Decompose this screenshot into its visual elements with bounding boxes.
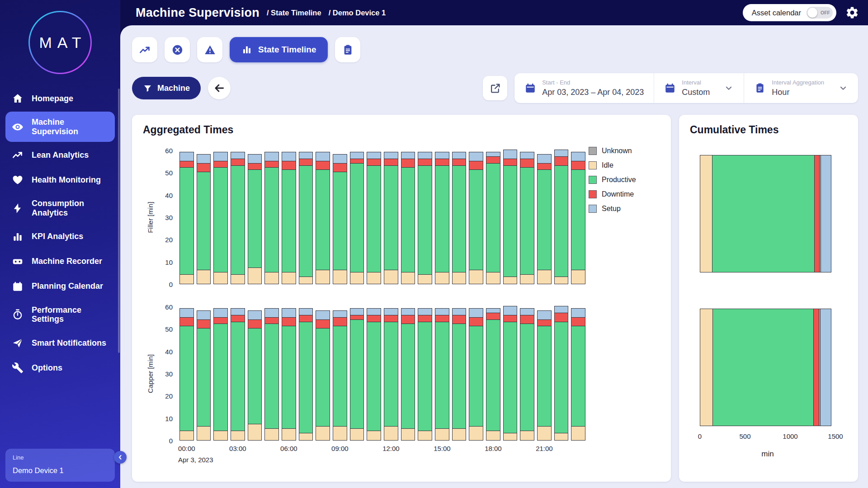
legend-item-unknown[interactable]: Unknown bbox=[589, 147, 660, 155]
sidebar-item-planning-calendar[interactable]: Planning Calendar bbox=[5, 275, 115, 298]
cumulative-bar-capper[interactable] bbox=[700, 309, 831, 426]
legend-item-downtime[interactable]: Downtime bbox=[589, 190, 660, 198]
sidebar-scrollbar[interactable] bbox=[118, 89, 120, 353]
device-card[interactable]: Line Demo Device 1 bbox=[5, 449, 115, 482]
stacked-bar-capper-14:00[interactable] bbox=[418, 308, 432, 441]
sidebar-item-consumption-analytics[interactable]: Consumption Analytics bbox=[5, 193, 115, 223]
stacked-bar-filler-01:00[interactable] bbox=[197, 154, 211, 284]
tab-button-warning[interactable] bbox=[197, 37, 222, 62]
segment-productive bbox=[571, 170, 585, 270]
segment-idle bbox=[299, 277, 313, 284]
legend-swatch bbox=[589, 161, 597, 169]
stacked-bar-capper-15:00[interactable] bbox=[435, 308, 449, 441]
stacked-bar-capper-03:00[interactable] bbox=[231, 308, 245, 441]
stacked-bar-filler-20:00[interactable] bbox=[520, 152, 534, 284]
stacked-bar-capper-07:00[interactable] bbox=[299, 308, 313, 441]
stacked-bar-filler-21:00[interactable] bbox=[537, 154, 552, 284]
machine-filter-button[interactable]: Machine bbox=[132, 77, 201, 99]
sidebar-item-machine-recorder[interactable]: Machine Recorder bbox=[5, 250, 115, 273]
sidebar-item-options[interactable]: Options bbox=[5, 356, 115, 380]
stacked-bar-capper-18:00[interactable] bbox=[486, 308, 500, 441]
stacked-bar-filler-07:00[interactable] bbox=[299, 152, 313, 284]
stacked-bar-capper-22:00[interactable] bbox=[554, 306, 569, 441]
segment-setup bbox=[248, 155, 262, 164]
segment-productive bbox=[418, 322, 432, 432]
sidebar-item-homepage[interactable]: Homepage bbox=[5, 87, 115, 110]
stacked-bar-filler-03:00[interactable] bbox=[231, 152, 245, 284]
stacked-bar-filler-19:00[interactable] bbox=[503, 150, 518, 284]
segment-setup bbox=[316, 311, 330, 320]
stacked-bar-filler-16:00[interactable] bbox=[452, 152, 467, 284]
stacked-bar-filler-06:00[interactable] bbox=[282, 152, 296, 284]
stacked-bar-capper-12:00[interactable] bbox=[384, 308, 398, 441]
sidebar-item-machine-supervision[interactable]: Machine Supervision bbox=[5, 112, 115, 142]
recorder-icon bbox=[12, 256, 24, 267]
sidebar-item-kpi-analytics[interactable]: KPI Analytics bbox=[5, 225, 115, 249]
stacked-bar-capper-21:00[interactable] bbox=[537, 310, 552, 441]
legend-label: Unknown bbox=[602, 147, 632, 155]
stacked-bar-filler-22:00[interactable] bbox=[554, 150, 569, 284]
export-button[interactable] bbox=[483, 76, 507, 100]
stacked-bar-filler-15:00[interactable] bbox=[435, 152, 449, 284]
legend-item-setup[interactable]: Setup bbox=[589, 205, 660, 213]
stacked-bar-capper-02:00[interactable] bbox=[213, 308, 228, 441]
sidebar-item-lean-analytics[interactable]: Lean Analytics bbox=[5, 143, 115, 167]
stacked-bar-capper-20:00[interactable] bbox=[520, 308, 534, 441]
stacked-bar-capper-19:00[interactable] bbox=[503, 306, 518, 441]
stacked-bar-capper-11:00[interactable] bbox=[367, 308, 381, 441]
tab-button-cancel[interactable] bbox=[165, 37, 190, 62]
segment-productive bbox=[504, 166, 517, 277]
stacked-bar-capper-10:00[interactable] bbox=[350, 308, 364, 441]
tab-button-trend[interactable] bbox=[132, 37, 157, 62]
stacked-bar-capper-23:00[interactable] bbox=[571, 308, 585, 441]
segment-downtime bbox=[265, 318, 278, 324]
stacked-bar-filler-18:00[interactable] bbox=[486, 152, 500, 284]
x-tick-label bbox=[349, 445, 366, 452]
sidebar-item-performance-settings[interactable]: Performance Settings bbox=[5, 300, 115, 330]
stacked-bar-filler-17:00[interactable] bbox=[469, 152, 483, 284]
stacked-bar-filler-08:00[interactable] bbox=[316, 152, 330, 284]
stacked-bar-filler-11:00[interactable] bbox=[367, 152, 381, 284]
stacked-bar-capper-08:00[interactable] bbox=[316, 310, 330, 441]
stacked-bar-filler-13:00[interactable] bbox=[401, 152, 415, 284]
sidebar-item-smart-notifications[interactable]: Smart Notifications bbox=[5, 331, 115, 355]
stacked-bar-filler-00:00[interactable] bbox=[179, 152, 194, 284]
segment-idle bbox=[504, 433, 517, 440]
stacked-bar-capper-04:00[interactable] bbox=[248, 310, 262, 441]
asset-calendar-pill[interactable]: Asset calendar OFF bbox=[743, 4, 836, 21]
stacked-bar-capper-17:00[interactable] bbox=[469, 308, 483, 441]
x-tick-label bbox=[263, 445, 280, 452]
legend-item-productive[interactable]: Productive bbox=[589, 176, 660, 184]
stacked-bar-filler-02:00[interactable] bbox=[213, 152, 228, 284]
tab-button-clipboard[interactable] bbox=[335, 37, 360, 62]
settings-gear-icon[interactable] bbox=[845, 6, 859, 19]
stacked-bar-capper-16:00[interactable] bbox=[452, 308, 467, 441]
stacked-bar-filler-12:00[interactable] bbox=[384, 152, 398, 284]
filter-field-interval-aggregation[interactable]: Interval AggregationHour bbox=[744, 73, 858, 103]
stacked-bar-capper-05:00[interactable] bbox=[264, 308, 279, 441]
stacked-bar-capper-06:00[interactable] bbox=[282, 308, 296, 441]
asset-calendar-toggle[interactable]: OFF bbox=[807, 7, 833, 19]
x-tick-label: 500 bbox=[739, 432, 750, 440]
segment-productive bbox=[316, 170, 330, 270]
segment-productive bbox=[401, 168, 415, 272]
filter-funnel-icon bbox=[143, 84, 152, 93]
legend-item-idle[interactable]: Idle bbox=[589, 161, 660, 169]
tab-state-timeline[interactable]: State Timeline bbox=[230, 37, 328, 62]
stacked-bar-filler-10:00[interactable] bbox=[350, 152, 364, 284]
back-button[interactable] bbox=[208, 77, 231, 99]
stacked-bar-capper-00:00[interactable] bbox=[179, 308, 194, 441]
sidebar-collapse-button[interactable] bbox=[114, 451, 127, 464]
stacked-bar-filler-14:00[interactable] bbox=[418, 152, 432, 284]
stacked-bar-filler-23:00[interactable] bbox=[571, 152, 585, 284]
cumulative-bar-filler[interactable] bbox=[700, 155, 831, 272]
stacked-bar-capper-13:00[interactable] bbox=[401, 308, 415, 441]
filter-field-start-end[interactable]: Start - EndApr 03, 2023 – Apr 04, 2023 bbox=[514, 73, 654, 103]
filter-field-interval[interactable]: IntervalCustom bbox=[654, 73, 744, 103]
stacked-bar-filler-05:00[interactable] bbox=[264, 152, 279, 284]
stacked-bar-filler-09:00[interactable] bbox=[333, 154, 347, 284]
stacked-bar-capper-09:00[interactable] bbox=[333, 310, 347, 441]
sidebar-item-health-monitoring[interactable]: Health Monitoring bbox=[5, 168, 115, 192]
stacked-bar-filler-04:00[interactable] bbox=[248, 154, 262, 284]
stacked-bar-capper-01:00[interactable] bbox=[197, 310, 211, 441]
